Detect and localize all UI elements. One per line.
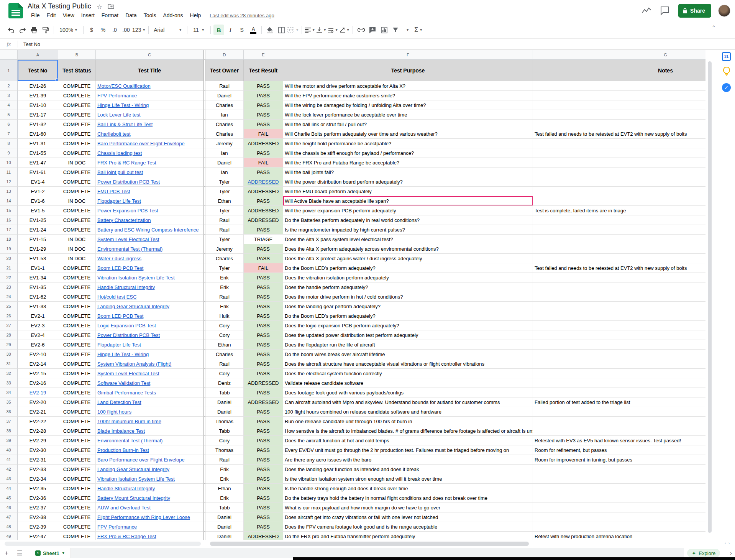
cell-test-owner[interactable]: Raul [205,359,244,369]
cell-test-no[interactable]: EV2-28 [18,426,58,436]
cell-notes[interactable] [533,139,705,148]
cell-test-no[interactable]: EV2-14 [18,359,58,369]
test-title-link[interactable]: Production Burn-in Test [97,447,149,453]
row-header-28[interactable]: 28 [0,330,18,340]
row-header-48[interactable]: 48 [0,522,18,532]
cell-test-purpose[interactable]: Will the FRX Pro and Futaba Range be acc… [283,158,533,168]
cell-test-purpose[interactable]: Validate release candidate software [283,378,533,388]
cell-test-result[interactable]: PASS [244,282,283,292]
cell-notes[interactable] [533,120,705,129]
header-cell-1[interactable]: Test Status [58,60,96,81]
cell-test-result[interactable]: PASS [244,503,283,512]
row-header-23[interactable]: 23 [0,282,18,292]
cell-notes[interactable] [533,273,705,282]
cell-test-status[interactable]: COMPLETE [58,474,96,484]
cell-test-title[interactable]: FRX Pro & RC Range Test [96,158,203,168]
cell-notes[interactable]: Test failed and needs to be retested at … [533,263,705,273]
cell-test-purpose[interactable]: Run one release candidate unit through 1… [283,417,533,426]
cell-test-title[interactable]: Ball Link & Strut Life Test [96,120,203,129]
cell-test-purpose[interactable]: Do the FRX pro and Futaba transmitter pe… [283,532,533,540]
cell-test-purpose[interactable]: What is our max payload and how much mar… [283,503,533,512]
sheet-tab-sheet1[interactable]: 1 Sheet1 ▼ [30,548,71,558]
cell-notes[interactable] [533,225,705,235]
cell-notes[interactable] [533,465,705,474]
column-header-F[interactable]: F [283,50,533,60]
cell-test-result[interactable]: ADDRESSED [244,139,283,148]
cell-test-result[interactable]: ADDRESSED [244,215,283,225]
cell-test-owner[interactable]: Charles [205,120,244,129]
cell-test-result[interactable]: PASS [244,445,283,455]
test-title-link[interactable]: Lock Lever Life test [97,112,141,118]
cell-notes[interactable] [533,292,705,302]
row-header-7[interactable]: 7 [0,129,18,139]
cell-test-result[interactable]: PASS [244,168,283,177]
row-header-1[interactable]: 1 [0,60,18,81]
cell-notes[interactable] [533,330,705,340]
format-percent-button[interactable]: % [98,25,108,35]
cell-test-result[interactable]: PASS [244,225,283,235]
cell-test-owner[interactable]: Cory [205,436,244,445]
cell-test-purpose[interactable]: Does the updated power distribution test… [283,330,533,340]
cell-test-owner[interactable]: Daniel [205,91,244,100]
cell-test-no[interactable]: EV1-55 [18,148,58,158]
test-title-link[interactable]: Environmental Test (Thermal) [97,246,162,252]
cell-test-no[interactable]: EV1-35 [18,282,58,292]
cell-test-status[interactable]: COMPLETE [58,292,96,302]
cell-test-title[interactable]: Landing Gear Structural Integrity [96,302,203,311]
cell-test-result[interactable]: PASS [244,359,283,369]
cell-test-status[interactable]: COMPLETE [58,187,96,196]
cell-notes[interactable] [533,244,705,254]
cell-notes[interactable]: Test failed and needs to be retested at … [533,129,705,139]
test-title-link[interactable]: Blade Imbalance Test [97,428,145,434]
text-rotation-button[interactable]: ▼ [339,25,350,35]
cell-test-owner[interactable]: Erik [205,493,244,503]
menu-addons[interactable]: Add-ons [159,11,186,19]
row-header-9[interactable]: 9 [0,148,18,158]
cell-test-purpose[interactable]: Will the ball link or strut fail / pull … [283,120,533,129]
tasks-icon[interactable]: ✓ [722,83,731,92]
cell-test-title[interactable]: Ball joint pull out test [96,168,203,177]
cell-test-purpose[interactable]: Are there any aero issues with the baro [283,455,533,465]
row-header-22[interactable]: 22 [0,273,18,282]
cell-test-owner[interactable]: Tyler [205,263,244,273]
cell-test-title[interactable]: System Vibration Analysis (Flight) [96,359,203,369]
row-header-13[interactable]: 13 [0,187,18,196]
header-cell-0[interactable]: Test No [18,60,58,81]
cell-test-result[interactable]: FAIL [244,129,283,139]
cell-test-status[interactable]: IN DOC [58,235,96,244]
cell-test-owner[interactable]: Charles [205,350,244,359]
row-header-38[interactable]: 38 [0,426,18,436]
row-header-19[interactable]: 19 [0,244,18,254]
row-header-46[interactable]: 46 [0,503,18,512]
cell-notes[interactable] [533,321,705,330]
cell-test-result[interactable]: PASS [244,110,283,120]
cell-test-owner[interactable]: Charles [205,254,244,263]
cell-test-title[interactable]: System Level Electrical Test [96,369,203,378]
cell-test-title[interactable]: Water / dust ingress [96,254,203,263]
cell-test-title[interactable]: Power Expansion PCB Test [96,206,203,215]
cell-test-purpose[interactable]: Does footage look good with various payl… [283,388,533,397]
strikethrough-button[interactable]: S [236,25,247,35]
cell-test-title[interactable]: FRX Pro & RC Range Test [96,532,203,540]
cell-test-purpose[interactable]: Does the aircraft function at hot and co… [283,436,533,445]
cell-test-owner[interactable]: Charles [205,100,244,110]
scrollbar-arrows[interactable]: ‹› [725,541,732,545]
cell-test-no[interactable]: EV2-29 [18,436,58,445]
test-title-link[interactable]: 100hr minumum Burn in time [97,419,161,424]
cell-test-owner[interactable]: Erik [205,282,244,292]
cell-test-title[interactable]: Gimbal Performance Tests [96,388,203,397]
cell-test-owner[interactable]: Raul [205,81,244,91]
cell-test-no[interactable]: EV2-1 [18,311,58,321]
insert-chart-button[interactable] [379,25,389,35]
italic-button[interactable]: I [225,25,236,35]
cell-test-result[interactable]: ADDRESSED [244,378,283,388]
cell-test-title[interactable]: 100 flight hours [96,407,203,417]
row-header-11[interactable]: 11 [0,168,18,177]
cell-test-title[interactable]: Hot/cold test ESC [96,292,203,302]
cell-test-purpose[interactable]: Will the wiring be damaged by folding / … [283,100,533,110]
cell-test-title[interactable]: Flight Performance with Ring Lever Loose [96,512,203,522]
cell-notes[interactable]: Retested with EV3 as EV5 had known senso… [533,436,705,445]
row-header-15[interactable]: 15 [0,206,18,215]
cell-test-title[interactable]: Logic Expansion PCB Test [96,321,203,330]
cell-notes[interactable] [533,235,705,244]
